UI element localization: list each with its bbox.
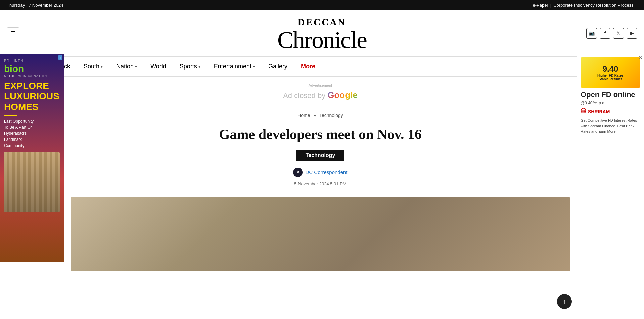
brand-name: bion [4, 64, 60, 74]
nav-more-label: More [301, 63, 315, 70]
site-logo[interactable]: DECCAN Chronicle [277, 16, 367, 52]
nav-entertainment[interactable]: Entertainment ▾ [207, 57, 262, 76]
building-image [4, 152, 60, 212]
main-content: Advertisement Ad closed by Google Home »… [64, 77, 577, 271]
ad-close-button[interactable]: ✕ [639, 55, 643, 61]
sports-chevron-icon: ▾ [198, 64, 200, 69]
fd-ad-description: Get Competitive FD Interest Rates with S… [581, 118, 640, 134]
google-logo: Google [327, 90, 358, 100]
fd-ad-image: 9.40 Higher FD RatesStable Returns [581, 57, 640, 88]
nav-sports[interactable]: Sports ▾ [173, 57, 207, 76]
nav-south[interactable]: South ▾ [77, 57, 109, 76]
top-bar: Thursday , 7 November 2024 e-Paper | Cor… [0, 0, 644, 10]
youtube-icon[interactable]: ▶ [627, 28, 637, 39]
article-title: Game developers meet on Nov. 16 [176, 126, 465, 143]
article-date: 5 November 2024 5:01 PM [71, 181, 570, 192]
fd-ad-subtitle: @9.40%* p.a [581, 101, 640, 105]
nav-nation[interactable]: Nation ▾ [109, 57, 144, 76]
epaper-link[interactable]: e-Paper [533, 3, 548, 8]
author-avatar: DC [293, 168, 303, 177]
insolvency-link[interactable]: Corporate Insolvency Resolution Process [553, 3, 633, 8]
brand-sub: BOLLINENI [4, 59, 60, 63]
ad-description: Last Opportunity To Be A Part Of Hyderab… [4, 118, 60, 149]
breadcrumb-sep: » [313, 113, 316, 118]
ad-closed-notice: Ad closed by Google [71, 90, 570, 101]
nav-entertainment-label: Entertainment [214, 63, 251, 70]
hamburger-icon: ☰ [10, 30, 16, 37]
main-nav: Home Fact Check South ▾ Nation ▾ World S… [0, 56, 644, 77]
site-header: ☰ DECCAN Chronicle 📷 f 𝕏 ▶ [0, 10, 644, 56]
south-chevron-icon: ▾ [101, 64, 103, 69]
nav-world[interactable]: World [144, 57, 173, 76]
social-icons-group: 📷 f 𝕏 ▶ [586, 28, 637, 39]
fd-ad-content: ✕ 9.40 Higher FD RatesStable Returns Ope… [577, 54, 644, 138]
nav-south-label: South [84, 63, 99, 70]
date-display: Thursday , 7 November 2024 [7, 3, 63, 8]
nation-chevron-icon: ▾ [135, 64, 137, 69]
nav-sports-label: Sports [180, 63, 197, 70]
right-sidebar-ad: ✕ 9.40 Higher FD RatesStable Returns Ope… [577, 54, 644, 138]
explore-text: EXPLORE LUXURIOUS HOMES [4, 81, 60, 112]
shriram-logo: 🏛 SHRIRAM [581, 108, 640, 115]
ad-label: Advertisement [71, 83, 570, 87]
facebook-icon[interactable]: f [600, 28, 610, 39]
ad-badge: i [58, 55, 62, 60]
left-sidebar-ad: i BOLLINENI bion NATURE'S INCARNATION EX… [0, 54, 64, 262]
entertainment-chevron-icon: ▾ [253, 64, 255, 69]
brand-tagline: NATURE'S INCARNATION [4, 74, 60, 78]
logo-deccan: DECCAN [277, 16, 367, 28]
article-image [71, 197, 570, 271]
author-name[interactable]: DC Correspondent [305, 169, 347, 175]
nav-world-label: World [150, 63, 166, 70]
breadcrumb-current: Technology [319, 113, 343, 118]
category-badge[interactable]: Technology [296, 150, 345, 161]
menu-button[interactable]: ☰ [7, 27, 19, 39]
instagram-icon[interactable]: 📷 [586, 28, 597, 39]
fd-ad-title: Open FD online [581, 90, 640, 99]
author-initials: DC [295, 170, 300, 174]
logo-chronicle: Chronicle [277, 27, 367, 53]
ad-closed-text: Ad closed by [283, 91, 325, 100]
breadcrumb-home[interactable]: Home [297, 113, 310, 118]
sep2: | [636, 3, 637, 8]
nav-nation-label: Nation [116, 63, 134, 70]
breadcrumb: Home » Technology [71, 107, 570, 121]
nav-gallery-label: Gallery [268, 63, 287, 70]
twitter-icon[interactable]: 𝕏 [613, 28, 624, 39]
sep1: | [550, 3, 551, 8]
nav-gallery[interactable]: Gallery [262, 57, 294, 76]
shriram-label: SHRIRAM [588, 109, 610, 114]
author-line: DC DC Correspondent [71, 168, 570, 177]
top-bar-links: e-Paper | Corporate Insolvency Resolutio… [533, 3, 637, 8]
nav-more[interactable]: More [294, 57, 322, 76]
ad-area: Advertisement Ad closed by Google [71, 77, 570, 107]
